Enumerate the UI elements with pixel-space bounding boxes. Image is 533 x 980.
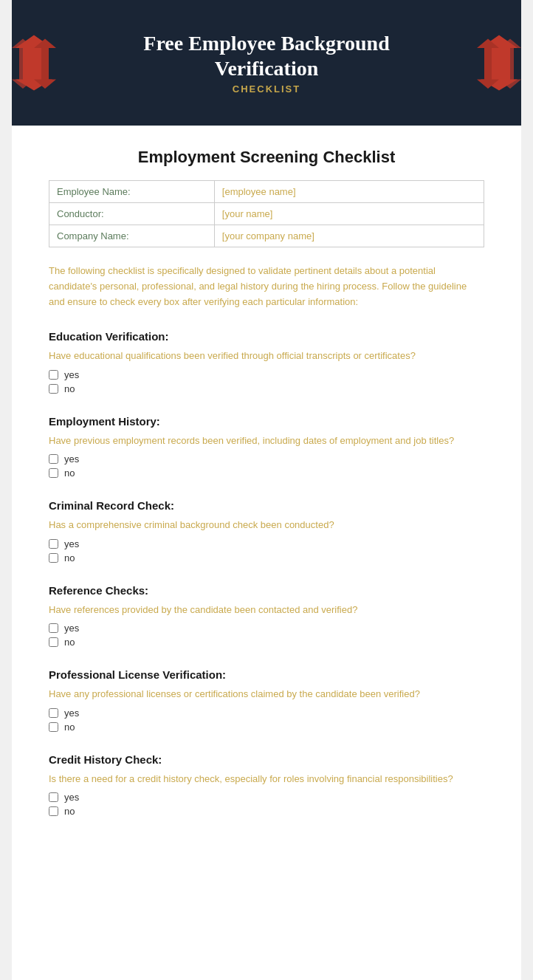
checkbox-1-0[interactable] bbox=[49, 454, 58, 464]
section-3: Reference Checks:Have references provide… bbox=[49, 584, 484, 648]
section-title-4: Professional License Verification: bbox=[49, 668, 484, 681]
checkbox-item-0-0[interactable]: yes bbox=[49, 369, 484, 380]
section-question-5: Is there a need for a credit history che… bbox=[49, 772, 484, 787]
section-question-1: Have previous employment records been ve… bbox=[49, 434, 484, 448]
info-value-0: [employee name] bbox=[214, 181, 484, 203]
checkbox-label-4-1: no bbox=[64, 722, 75, 733]
header: Free Employee Background Verification CH… bbox=[12, 0, 521, 126]
section-title-1: Employment History: bbox=[49, 415, 484, 428]
intro-text: The following checklist is specifically … bbox=[49, 264, 484, 309]
info-label-1: Conductor: bbox=[49, 203, 215, 225]
checkbox-3-0[interactable] bbox=[49, 623, 58, 633]
header-title-line1: Free Employee Background bbox=[143, 32, 389, 55]
checkbox-0-1[interactable] bbox=[49, 384, 58, 394]
checkbox-label-3-0: yes bbox=[64, 623, 79, 634]
section-1: Employment History:Have previous employm… bbox=[49, 415, 484, 479]
checkbox-item-1-1[interactable]: no bbox=[49, 467, 484, 479]
checkbox-group-1: yesno bbox=[49, 453, 484, 479]
checkbox-label-1-1: no bbox=[64, 467, 75, 479]
checkbox-item-3-0[interactable]: yes bbox=[49, 623, 484, 634]
checkbox-item-2-1[interactable]: no bbox=[49, 552, 484, 563]
left-chevrons bbox=[12, 0, 56, 126]
section-title-3: Reference Checks: bbox=[49, 584, 484, 597]
checkbox-label-4-0: yes bbox=[64, 707, 79, 719]
info-table-row: Conductor: [your name] bbox=[49, 203, 484, 225]
info-value-2: [your company name] bbox=[214, 225, 484, 247]
checkbox-5-1[interactable] bbox=[49, 806, 58, 816]
checkbox-label-5-1: no bbox=[64, 806, 75, 817]
checkbox-label-5-0: yes bbox=[64, 792, 79, 803]
section-0: Education Verification:Have educational … bbox=[49, 330, 484, 394]
checkbox-1-1[interactable] bbox=[49, 468, 58, 478]
checkbox-label-1-0: yes bbox=[64, 453, 79, 465]
page-wrapper: Free Employee Background Verification CH… bbox=[12, 0, 521, 980]
checkbox-label-2-1: no bbox=[64, 552, 75, 563]
section-question-2: Has a comprehensive criminal background … bbox=[49, 518, 484, 532]
checkbox-2-1[interactable] bbox=[49, 553, 58, 563]
header-title-line2: Verification bbox=[215, 57, 319, 80]
checkbox-label-3-1: no bbox=[64, 637, 75, 648]
sections-container: Education Verification:Have educational … bbox=[49, 330, 484, 817]
section-question-0: Have educational qualifications been ver… bbox=[49, 349, 484, 363]
checkbox-4-0[interactable] bbox=[49, 708, 58, 718]
checkbox-label-2-0: yes bbox=[64, 538, 79, 549]
checkbox-4-1[interactable] bbox=[49, 722, 58, 732]
section-2: Criminal Record Check:Has a comprehensiv… bbox=[49, 499, 484, 563]
checkbox-label-0-1: no bbox=[64, 383, 75, 394]
section-title-5: Credit History Check: bbox=[49, 753, 484, 766]
info-table-row: Company Name: [your company name] bbox=[49, 225, 484, 247]
checkbox-item-3-1[interactable]: no bbox=[49, 637, 484, 648]
checkbox-item-4-0[interactable]: yes bbox=[49, 707, 484, 719]
content-area: Employment Screening Checklist Employee … bbox=[12, 126, 521, 867]
checkbox-group-3: yesno bbox=[49, 623, 484, 648]
section-title-0: Education Verification: bbox=[49, 330, 484, 343]
checkbox-3-1[interactable] bbox=[49, 637, 58, 647]
left-chevron-icon bbox=[12, 0, 56, 126]
checkbox-item-2-0[interactable]: yes bbox=[49, 538, 484, 549]
main-title: Employment Screening Checklist bbox=[49, 148, 484, 167]
checkbox-item-5-0[interactable]: yes bbox=[49, 792, 484, 803]
checkbox-group-4: yesno bbox=[49, 707, 484, 733]
section-5: Credit History Check:Is there a need for… bbox=[49, 753, 484, 818]
right-chevron-icon bbox=[477, 0, 521, 126]
checkbox-group-0: yesno bbox=[49, 369, 484, 394]
checkbox-0-0[interactable] bbox=[49, 370, 58, 380]
checkbox-label-0-0: yes bbox=[64, 369, 79, 380]
checkbox-item-0-1[interactable]: no bbox=[49, 383, 484, 394]
section-title-2: Criminal Record Check: bbox=[49, 499, 484, 512]
info-table-row: Employee Name: [employee name] bbox=[49, 181, 484, 203]
checkbox-item-1-0[interactable]: yes bbox=[49, 453, 484, 465]
checkbox-group-2: yesno bbox=[49, 538, 484, 563]
section-question-4: Have any professional licenses or certif… bbox=[49, 687, 484, 702]
checkbox-item-5-1[interactable]: no bbox=[49, 806, 484, 817]
checkbox-group-5: yesno bbox=[49, 792, 484, 817]
section-4: Professional License Verification:Have a… bbox=[49, 668, 484, 733]
info-value-1: [your name] bbox=[214, 203, 484, 225]
info-table: Employee Name: [employee name] Conductor… bbox=[49, 180, 484, 247]
section-question-3: Have references provided by the candidat… bbox=[49, 603, 484, 617]
info-label-2: Company Name: bbox=[49, 225, 215, 247]
header-title-block: Free Employee Background Verification CH… bbox=[143, 31, 389, 95]
right-chevrons bbox=[477, 0, 521, 126]
header-title: Free Employee Background Verification bbox=[143, 31, 389, 80]
checkbox-2-0[interactable] bbox=[49, 539, 58, 549]
header-subtitle: CHECKLIST bbox=[143, 83, 389, 95]
info-label-0: Employee Name: bbox=[49, 181, 215, 203]
checkbox-item-4-1[interactable]: no bbox=[49, 722, 484, 733]
checkbox-5-0[interactable] bbox=[49, 792, 58, 802]
